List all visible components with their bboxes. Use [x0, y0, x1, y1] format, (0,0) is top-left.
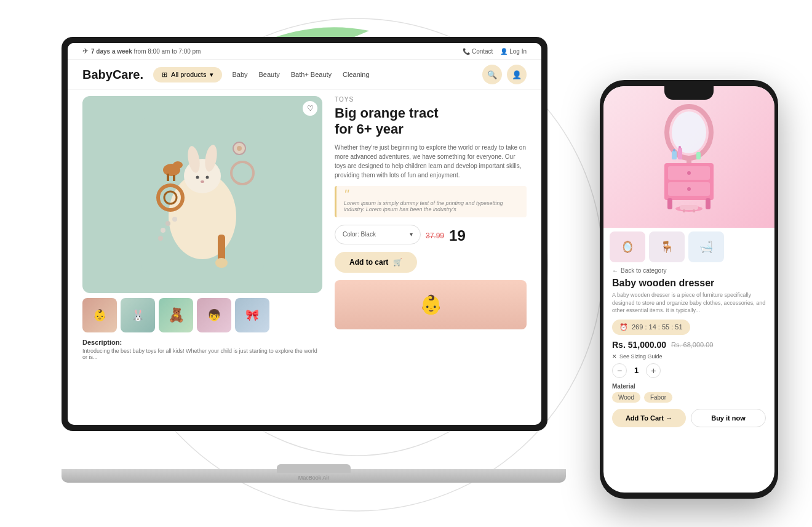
svg-point-19: [237, 146, 242, 151]
svg-point-10: [201, 180, 204, 183]
bottom-image: 👶: [335, 280, 527, 329]
nav-beauty[interactable]: Beauty: [259, 71, 280, 78]
thumbnail-1[interactable]: 👶: [82, 298, 117, 332]
svg-rect-42: [696, 152, 701, 159]
laptop-brand-label: MacBook Air: [298, 475, 330, 481]
product-thumbnails: 👶 🐰 🧸 👦 🎀: [82, 298, 322, 332]
thumbnail-2[interactable]: 🐰: [121, 298, 155, 332]
quantity-increase[interactable]: +: [646, 363, 661, 378]
grid-icon: ⊞: [162, 71, 167, 79]
product-main-image: ♡: [82, 96, 322, 293]
svg-point-23: [165, 221, 170, 226]
back-arrow-icon: ←: [612, 267, 618, 274]
phone-add-to-cart-button[interactable]: Add To Cart →: [612, 409, 686, 427]
laptop-hinge: [277, 464, 351, 473]
thumbnail-3[interactable]: 🧸: [159, 298, 193, 332]
nav-all-products[interactable]: ⊞ All products ▾: [153, 67, 222, 82]
phone-buy-now-button[interactable]: Buy it now: [691, 409, 766, 427]
svg-rect-17: [173, 175, 175, 181]
dropdown-chevron: ▾: [410, 231, 413, 238]
svg-point-33: [687, 171, 691, 175]
clock-icon: ⏰: [619, 323, 628, 331]
phone-content: ← Back to category Baby wooden dresser A…: [603, 262, 774, 432]
laptop-screen: ✈ 7 days a week from 8:00 am to 7:00 pm …: [62, 37, 547, 431]
schedule-text: 7 days a week from 8:00 am to 7:00 pm: [91, 48, 201, 55]
svg-rect-30: [667, 198, 672, 209]
phone-timer: ⏰ 269 : 14 : 55 : 51: [612, 320, 690, 335]
wishlist-icon[interactable]: ♡: [303, 101, 317, 116]
svg-point-43: [673, 149, 675, 151]
login-link[interactable]: 👤 Log In: [500, 48, 527, 55]
send-icon: ✈: [82, 47, 89, 55]
add-to-cart-button[interactable]: Add to cart 🛒: [335, 252, 417, 273]
phone-thumb-1[interactable]: 🪞: [610, 231, 645, 262]
phone-action-row: Add To Cart → Buy it now: [612, 409, 766, 427]
svg-rect-16: [167, 174, 169, 181]
phone-back-link[interactable]: ← Back to category: [612, 267, 766, 274]
svg-point-35: [687, 187, 691, 191]
site-logo: BabyCare.: [82, 68, 143, 82]
laptop-device: ✈ 7 days a week from 8:00 am to 7:00 pm …: [62, 37, 566, 493]
price-row: 37.99 19: [426, 227, 466, 244]
material-wood[interactable]: Wood: [612, 392, 640, 403]
svg-rect-38: [683, 209, 685, 212]
nav-cleaning[interactable]: Cleaning: [343, 71, 369, 78]
product-area: ♡ 👶 🐰 🧸 👦 🎀 Description: Introducing the…: [68, 90, 541, 416]
svg-point-9: [206, 176, 209, 179]
contact-link[interactable]: 📞 Contact: [463, 48, 493, 55]
thumbnail-5[interactable]: 🎀: [235, 298, 269, 332]
phone-price-main: Rs. 51,000.00: [612, 340, 666, 350]
phone-screen: 🪞 🪑 🛁 ← Back to category Baby wooden dre…: [603, 86, 774, 493]
laptop-website: ✈ 7 days a week from 8:00 am to 7:00 pm …: [68, 43, 541, 425]
phone-quantity-row: − 1 +: [612, 363, 766, 378]
site-topbar: ✈ 7 days a week from 8:00 am to 7:00 pm …: [68, 43, 541, 60]
svg-rect-41: [678, 148, 682, 159]
color-dropdown[interactable]: Color: Black ▾: [335, 225, 421, 244]
search-button[interactable]: 🔍: [482, 65, 502, 84]
quantity-value: 1: [634, 366, 639, 375]
price-new: 19: [449, 227, 466, 244]
description-body: Introducing the best baby toys for all k…: [82, 348, 322, 360]
site-header: BabyCare. ⊞ All products ▾ Baby Beauty B…: [68, 60, 541, 90]
phone-price-old: Rs. 68,000.00: [671, 341, 714, 348]
product-category: TOYS: [335, 96, 527, 103]
phone-price-row: Rs. 51,000.00 Rs. 68,000.00: [612, 340, 766, 350]
phone-sizing[interactable]: ✕ See Sizing Guide: [612, 353, 766, 360]
topbar-left: ✈ 7 days a week from 8:00 am to 7:00 pm: [82, 47, 201, 55]
product-illustration: [141, 118, 264, 272]
product-quote: " Lorem ipsum is simply dummy test of th…: [335, 186, 527, 217]
svg-rect-37: [680, 205, 698, 210]
svg-point-25: [158, 236, 163, 241]
color-select-row: Color: Black ▾ 37.99 19: [335, 225, 527, 244]
svg-point-8: [196, 176, 199, 179]
svg-point-22: [172, 217, 177, 222]
phone-thumb-3[interactable]: 🛁: [688, 231, 724, 262]
phone-material-tags: Wood Fabor: [612, 392, 766, 403]
nav-bath-beauty[interactable]: Bath+ Beauty: [291, 71, 332, 78]
phone-device: 🪞 🪑 🛁 ← Back to category Baby wooden dre…: [600, 80, 778, 499]
svg-point-27: [672, 111, 706, 153]
product-image-column: ♡ 👶 🐰 🧸 👦 🎀 Description: Introducing the…: [82, 96, 322, 410]
product-description: Whether they're just beginning to explor…: [335, 143, 527, 180]
phone-product-description: A baby wooden dresser is a piece of furn…: [612, 291, 766, 315]
description-section: Description: Introducing the best baby t…: [82, 339, 322, 360]
svg-point-15: [173, 161, 183, 169]
phone-thumb-2[interactable]: 🪑: [649, 231, 685, 262]
cart-icon: 🛒: [393, 258, 402, 267]
nav-links: Baby Beauty Bath+ Beauty Cleaning: [232, 71, 369, 78]
nav-baby[interactable]: Baby: [232, 71, 247, 78]
svg-rect-40: [672, 151, 677, 159]
topbar-right: 📞 Contact 👤 Log In: [463, 48, 527, 55]
thumbnail-4[interactable]: 👦: [197, 298, 231, 332]
account-button[interactable]: 👤: [507, 65, 527, 84]
phone-notch: [664, 86, 714, 100]
description-heading: Description:: [82, 339, 322, 346]
phone-material-label: Material: [612, 383, 766, 390]
svg-point-44: [679, 146, 681, 148]
sizing-x-icon: ✕: [612, 353, 617, 360]
phone-product-title: Baby wooden dresser: [612, 278, 766, 289]
quote-mark: ": [344, 191, 519, 198]
quantity-decrease[interactable]: −: [612, 363, 627, 378]
material-fabor[interactable]: Fabor: [644, 392, 672, 403]
dresser-illustration: [646, 102, 732, 212]
